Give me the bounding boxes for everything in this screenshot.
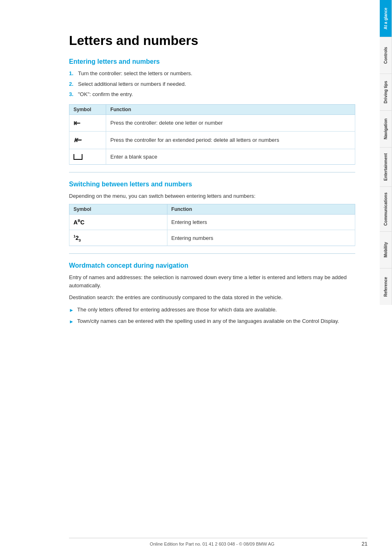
page-number: 21 xyxy=(355,541,368,547)
arrow-icon-2: ► xyxy=(69,318,74,325)
table1-row3-function: Enter a blank space xyxy=(106,149,355,164)
list-item: ► Town/city names can be entered with th… xyxy=(69,317,355,325)
table-row: Enter a blank space xyxy=(69,149,355,164)
sidebar-tab-controls[interactable]: Controls xyxy=(380,37,392,74)
bullet-2-text: Town/city names can be entered with the … xyxy=(77,317,339,325)
section2-heading: Switching between letters and numbers xyxy=(69,181,355,188)
section3-para1: Entry of names and addresses: the select… xyxy=(69,273,355,289)
sidebar-tab-navigation[interactable]: Navigation xyxy=(380,110,392,147)
bullet-1-text: The only letters offered for entering ad… xyxy=(77,306,277,314)
table-row: 123 Entering numbers xyxy=(69,230,355,246)
symbol-backspace-large: ⇤ xyxy=(69,131,106,149)
table2-row2-function: Entering numbers xyxy=(167,230,355,246)
symbol-backspace-small: ⇤ xyxy=(69,114,106,131)
sidebar: At a glance Controls Driving tips Naviga… xyxy=(380,0,392,555)
table2-col1-header: Symbol xyxy=(69,204,167,215)
table-2: Symbol Function ABC Entering letters 123… xyxy=(69,204,355,246)
table1-row2-function: Press the controller for an extended per… xyxy=(106,131,355,149)
table-row: ABC Entering letters xyxy=(69,215,355,230)
page-title: Letters and numbers xyxy=(69,33,355,48)
bullet-list: ► The only letters offered for entering … xyxy=(69,306,355,325)
table2-row1-function: Entering letters xyxy=(167,215,355,230)
sidebar-tab-communications[interactable]: Communications xyxy=(380,186,392,231)
divider-2 xyxy=(69,253,355,254)
section2-intro: Depending on the menu, you can switch be… xyxy=(69,192,355,200)
page-footer: Online Edition for Part no. 01 41 2 603 … xyxy=(69,538,368,547)
symbol-abc: ABC xyxy=(69,215,167,230)
divider-1 xyxy=(69,172,355,172)
sidebar-tab-entertainment[interactable]: Entertainment xyxy=(380,147,392,186)
sidebar-tab-at-a-glance[interactable]: At a glance xyxy=(380,0,392,37)
section3-heading: Wordmatch concept during navigation xyxy=(69,262,355,269)
symbol-123: 123 xyxy=(69,230,167,246)
step-2: 2. Select additional letters or numbers … xyxy=(69,80,355,88)
table-row: ⇤ Press the controller: delete one lette… xyxy=(69,114,355,131)
step-3: 3. "OK": confirm the entry. xyxy=(69,90,355,98)
sidebar-tab-mobility[interactable]: Mobility xyxy=(380,231,392,268)
table-row: ⇤ Press the controller for an extended p… xyxy=(69,131,355,149)
table-1: Symbol Function ⇤ Press the controller: … xyxy=(69,104,355,165)
table1-col2-header: Function xyxy=(106,104,355,114)
steps-list: 1. Turn the controller: select the lette… xyxy=(69,69,355,98)
table1-row1-function: Press the controller: delete one letter … xyxy=(106,114,355,131)
section1-heading: Entering letters and numbers xyxy=(69,58,355,65)
sidebar-tab-reference[interactable]: Reference xyxy=(380,268,392,305)
arrow-icon-1: ► xyxy=(69,307,74,314)
step-1: 1. Turn the controller: select the lette… xyxy=(69,69,355,78)
table2-col2-header: Function xyxy=(167,204,355,215)
footer-text: Online Edition for Part no. 01 41 2 603 … xyxy=(69,542,355,546)
symbol-space xyxy=(69,149,106,164)
sidebar-tab-driving-tips[interactable]: Driving tips xyxy=(380,74,392,110)
section3-para2: Destination search: the entries are cont… xyxy=(69,293,355,302)
table1-col1-header: Symbol xyxy=(69,104,106,114)
list-item: ► The only letters offered for entering … xyxy=(69,306,355,314)
